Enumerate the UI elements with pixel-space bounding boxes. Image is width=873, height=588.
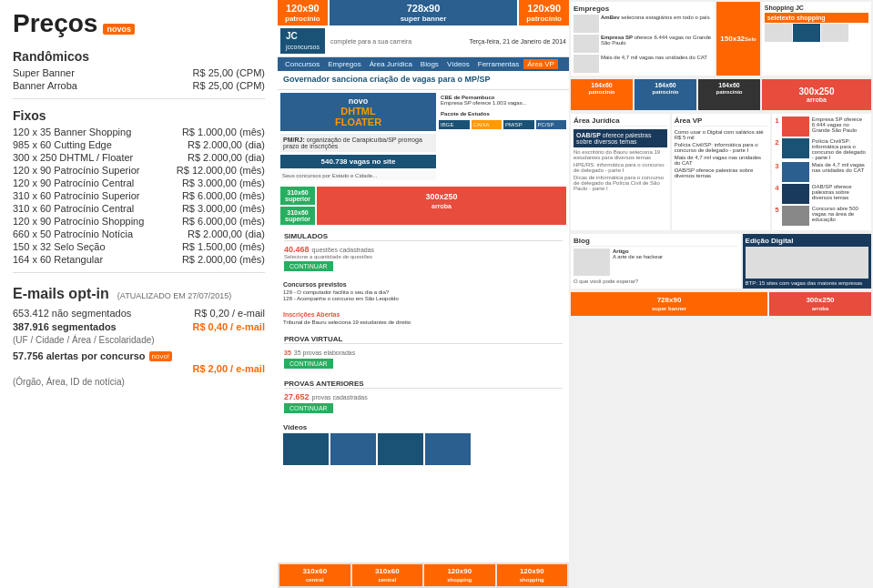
video-thumb-1 (283, 433, 329, 465)
pm-box-r: PM/SP (503, 120, 533, 129)
ws-left-col: novo DHTMLFLOATER PM/RJ: organização de … (280, 93, 436, 182)
email-title: E-mails opt-in (13, 286, 109, 301)
floater-text: DHTMLFLOATER (284, 106, 432, 127)
bottom-badge-3: 120x90shopping (424, 564, 495, 586)
price-fixo-6: 310 x 60 Patrocínio Superior R$ 6.000,00… (13, 190, 265, 201)
fixo-value-10: R$ 1.500,00 (mês) (182, 241, 265, 252)
mid-badge-label-1: patrocínio (285, 15, 320, 23)
seletexto-box: seletexto shopping (765, 13, 868, 23)
ws-headline: Governador sanciona criação de vagas par… (278, 71, 569, 90)
badge-164-1-label: patrocínio (588, 89, 614, 95)
fixo-value-3: R$ 2.000,00 (dia) (188, 152, 265, 163)
blog-row: Blog ArtigoA arte de se hackear O que vo… (569, 232, 873, 290)
alert-novo-badge: novo! (149, 351, 173, 361)
middle-panel: 120x90 patrocínio 728x90 super banner 12… (278, 0, 569, 588)
alert-row: 57.756 alertas por concurso novo! (13, 350, 265, 361)
fixo-label-8: 120 x 90 Patrocínio Shopping (13, 216, 144, 227)
provas-ant-text: provas cadastradas (312, 394, 368, 400)
area-vip-section: Área VP Como usar o Digital com salários… (672, 114, 771, 230)
mid-badge-label-2: patrocínio (526, 15, 562, 23)
section-random: Randômicos (13, 49, 265, 64)
novos-badge: novos (103, 24, 135, 35)
ranked-content-1: Empresa SP oferece 6.444 vagas no Grande… (812, 117, 868, 133)
ed-digital-text: BTP: 15 sites com vagas das maiores empr… (746, 280, 868, 286)
right-164-row: 164x60patrocínio 164x60patrocínio 164x60… (569, 77, 873, 112)
fixo-label-6: 310 x 60 Patrocínio Superior (13, 190, 139, 201)
ed-digital-title: Edição Digital (746, 237, 868, 245)
shop-logo-2 (793, 24, 820, 42)
ranked-thumb-5 (782, 206, 809, 226)
rbb-300-badge: 300x250arroba (769, 292, 871, 316)
video-section: Vídeos (280, 421, 566, 468)
nav-empregos[interactable]: Empregos (324, 59, 364, 69)
badge-sub-2: superior (285, 216, 310, 222)
email-sub: (UF / Cidade / Área / Escolaridade) (13, 335, 265, 345)
alert-value-row: R$ 2,00 / e-mail (13, 363, 265, 374)
price-fixo-10: 150 x 32 Selo Seção R$ 1.500,00 (mês) (13, 241, 265, 252)
area-jur-title: Área Jurídica (574, 117, 667, 127)
cp-title: Concursos previstos (283, 281, 563, 288)
bottom-badge-3-label: shopping (447, 577, 472, 583)
fixo-label-9: 660 x 50 Patrocínio Notícia (13, 228, 133, 239)
fixo-value-11: R$ 2.000,00 (mês) (182, 254, 265, 265)
ranked-thumb-2 (782, 138, 809, 158)
fixo-value-4: R$ 12.000,00 (mês) (177, 165, 265, 176)
sub-items: Seus concursos por Estado e Cidade... (280, 171, 436, 180)
nav-area-vp[interactable]: Área VP (523, 59, 558, 69)
dhtml-text: novo (284, 96, 432, 106)
continuar-button-2[interactable]: CONTINUAR (284, 359, 333, 369)
nav-videos[interactable]: Vídeos (443, 59, 473, 69)
continuar-button-3[interactable]: CONTINUAR (284, 403, 333, 413)
ranked-content-4: OAB/SP oferece palestras sobre diversos … (812, 184, 868, 200)
caixa-box: CAIXA (472, 120, 502, 129)
left-panel: Preços novos Randômicos Super Banner R$ … (0, 0, 278, 588)
price-fixo-2: 985 x 60 Cutting Edge R$ 2.000,00 (dia) (13, 139, 265, 150)
ranked-thumb-1 (782, 117, 809, 137)
inscr-abertas-section: Inscrições Abertas Tribunal de Bauru sel… (280, 309, 566, 328)
shopping-section: Shopping JC seletexto shopping (762, 2, 871, 76)
blog-sub: O que você pode esperar? (574, 279, 738, 284)
mid-badge-patr-2: 120x90 patrocínio (519, 0, 569, 25)
banner-arroba-label: Banner Arroba (13, 80, 77, 91)
provas-ant-count: 27.652 (284, 392, 310, 401)
nav-concursos[interactable]: Concursos (281, 59, 323, 69)
mid-badge-size-super: 728x90 (337, 3, 511, 14)
ranked-item-1: 1 Empresa SP oferece 6.444 vagas no Gran… (775, 117, 868, 137)
ws-nav: Concursos Empregos Área Jurídica Blogs V… (278, 57, 569, 71)
ranked-num-1: 1 (775, 117, 778, 125)
simulados-section: SIMULADOS 40.468 questões cadastradas Se… (280, 228, 566, 275)
fixo-value-2: R$ 2.000,00 (dia) (188, 139, 265, 150)
nav-blogs[interactable]: Blogs (417, 59, 442, 69)
nav-ferramentas[interactable]: Ferramentas (474, 59, 523, 69)
ranked-thumb-4 (782, 184, 809, 204)
blog-title: Blog (574, 237, 738, 247)
nav-area-jur[interactable]: Área Jurídica (366, 59, 416, 69)
ranked-num-3: 3 (775, 162, 778, 170)
bottom-badge-2-label: central (378, 577, 396, 583)
emp-item-2: Empresa SP oferece 6.444 vagas no Grande… (574, 35, 712, 53)
emp-thumb-3 (574, 55, 599, 73)
ranked-num-5: 5 (775, 206, 778, 214)
continuar-button-1[interactable]: CONTINUAR (284, 261, 333, 271)
video-thumb-4 (425, 433, 471, 465)
mid-bottom-bar: 310x60central 310x60central 120x90shoppi… (278, 563, 569, 588)
shop-logo-1 (765, 24, 792, 42)
area-vip-title: Área VP (675, 117, 768, 127)
empregos-items: AmBev seleciona estagiários em todo o pa… (574, 15, 712, 73)
badge-150x32: 150x32Selo (716, 2, 759, 76)
vip-item-1: Como usar o Digital com salários até R$ … (675, 129, 768, 140)
video-thumbs (283, 433, 563, 465)
cp-item-1: 129 - O computador facilita o seu dia a … (283, 289, 563, 295)
shopping-title: Shopping JC (765, 5, 868, 11)
ws-body: novo DHTMLFLOATER PM/RJ: organização de … (278, 90, 569, 185)
provas-ant-section: PROVAS ANTERIORES 27.652 provas cadastra… (280, 376, 566, 417)
simulados-title: SIMULADOS (284, 232, 563, 241)
email-value-2: R$ 0,40 / e-mail (193, 321, 266, 332)
emp-text-1: AmBev seleciona estagiários em todo o pa… (601, 15, 710, 33)
emp-text-2: Empresa SP oferece 6.444 vagas no Grande… (601, 35, 712, 53)
prova-section: PROVA VIRTUAL 35 35 provas elaboradas CO… (280, 331, 566, 372)
ws-date: Terça-feira, 21 de Janeiro de 2014 (469, 38, 566, 45)
area-jur-sub: No escritório do Bauru seleciona 19 estu… (574, 149, 667, 160)
ranked-content-3: Mais de 4,7 mil vagas nas unidades do CA… (812, 162, 868, 173)
vagas-box: 540.738 vagas no site (280, 155, 436, 168)
